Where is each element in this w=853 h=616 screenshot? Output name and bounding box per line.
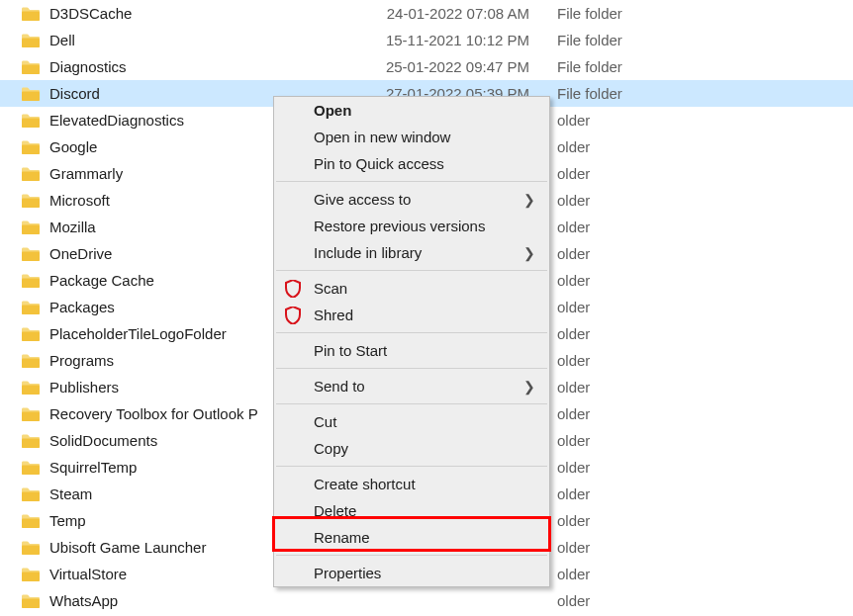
ctx-scan-label: Scan bbox=[314, 280, 347, 297]
ctx-shred-label: Shred bbox=[314, 307, 353, 323]
chevron-right-icon: ❯ bbox=[523, 245, 535, 261]
ctx-open[interactable]: Open bbox=[274, 97, 549, 124]
file-type: older bbox=[557, 352, 676, 369]
folder-icon bbox=[22, 434, 40, 448]
chevron-right-icon: ❯ bbox=[523, 192, 535, 208]
ctx-rename[interactable]: Rename bbox=[274, 524, 549, 551]
folder-icon bbox=[22, 247, 40, 261]
folder-icon bbox=[22, 354, 40, 368]
file-type: older bbox=[557, 539, 676, 556]
file-type: older bbox=[557, 512, 676, 529]
ctx-restore-label: Restore previous versions bbox=[314, 218, 485, 234]
ctx-copy[interactable]: Copy bbox=[274, 435, 549, 462]
ctx-properties-label: Properties bbox=[314, 565, 381, 581]
ctx-create-shortcut-label: Create shortcut bbox=[314, 476, 416, 492]
file-date: 15-11-2021 10:12 PM bbox=[356, 32, 557, 48]
file-type: older bbox=[557, 485, 676, 502]
file-type: File folder bbox=[557, 5, 676, 22]
folder-icon bbox=[22, 87, 40, 101]
file-type: older bbox=[557, 245, 676, 262]
ctx-open-new-window[interactable]: Open in new window bbox=[274, 124, 549, 150]
file-type: older bbox=[557, 138, 676, 155]
ctx-cut[interactable]: Cut bbox=[274, 408, 549, 435]
ctx-include-library[interactable]: Include in library ❯ bbox=[274, 239, 549, 266]
file-type: older bbox=[557, 112, 676, 129]
chevron-right-icon: ❯ bbox=[523, 379, 535, 395]
shield-icon bbox=[284, 280, 302, 298]
folder-icon bbox=[22, 568, 40, 581]
folder-icon bbox=[22, 274, 40, 288]
folder-icon bbox=[22, 407, 40, 421]
folder-icon bbox=[22, 7, 40, 21]
file-name: Dell bbox=[49, 32, 356, 48]
ctx-open-new-label: Open in new window bbox=[314, 129, 450, 145]
ctx-pin-quick-label: Pin to Quick access bbox=[314, 155, 444, 172]
file-row[interactable]: Diagnostics25-01-2022 09:47 PMFile folde… bbox=[0, 53, 853, 80]
folder-icon bbox=[22, 514, 40, 528]
file-type: older bbox=[557, 165, 676, 182]
file-type: older bbox=[557, 272, 676, 289]
ctx-rename-label: Rename bbox=[314, 529, 370, 546]
file-date: 25-01-2022 09:47 PM bbox=[356, 58, 557, 75]
separator bbox=[276, 403, 547, 404]
ctx-send-to-label: Send to bbox=[314, 378, 365, 395]
ctx-properties[interactable]: Properties bbox=[274, 560, 549, 586]
ctx-delete-label: Delete bbox=[314, 502, 356, 519]
ctx-pin-start-label: Pin to Start bbox=[314, 342, 387, 359]
folder-icon bbox=[22, 487, 40, 501]
folder-icon bbox=[22, 220, 40, 234]
file-row[interactable]: Dell15-11-2021 10:12 PMFile folder bbox=[0, 27, 853, 53]
file-type: File folder bbox=[557, 32, 676, 48]
ctx-copy-label: Copy bbox=[314, 440, 348, 457]
file-type: older bbox=[557, 379, 676, 396]
separator bbox=[276, 555, 547, 556]
ctx-open-label: Open bbox=[314, 102, 351, 119]
folder-icon bbox=[22, 60, 40, 74]
separator bbox=[276, 368, 547, 369]
file-type: File folder bbox=[557, 58, 676, 75]
file-name: WhatsApp bbox=[49, 592, 356, 609]
context-menu: Open Open in new window Pin to Quick acc… bbox=[273, 96, 550, 587]
file-row[interactable]: WhatsAppolder bbox=[0, 587, 853, 614]
folder-icon bbox=[22, 34, 40, 47]
folder-icon bbox=[22, 381, 40, 395]
file-type: older bbox=[557, 299, 676, 315]
ctx-delete[interactable]: Delete bbox=[274, 497, 549, 524]
folder-icon bbox=[22, 301, 40, 314]
folder-icon bbox=[22, 327, 40, 341]
ctx-give-access-to[interactable]: Give access to ❯ bbox=[274, 186, 549, 213]
folder-icon bbox=[22, 167, 40, 181]
file-type: older bbox=[557, 219, 676, 235]
ctx-restore-previous[interactable]: Restore previous versions bbox=[274, 213, 549, 239]
file-type: older bbox=[557, 432, 676, 449]
file-type: older bbox=[557, 566, 676, 582]
ctx-create-shortcut[interactable]: Create shortcut bbox=[274, 471, 549, 497]
ctx-give-access-label: Give access to bbox=[314, 191, 411, 208]
folder-icon bbox=[22, 541, 40, 555]
file-row[interactable]: D3DSCache24-01-2022 07:08 AMFile folder bbox=[0, 0, 853, 27]
separator bbox=[276, 466, 547, 467]
folder-icon bbox=[22, 461, 40, 475]
ctx-pin-quick-access[interactable]: Pin to Quick access bbox=[274, 150, 549, 177]
ctx-cut-label: Cut bbox=[314, 413, 336, 430]
file-type: older bbox=[557, 405, 676, 422]
file-type: older bbox=[557, 592, 676, 609]
separator bbox=[276, 270, 547, 271]
file-type: File folder bbox=[557, 85, 676, 102]
separator bbox=[276, 181, 547, 182]
file-type: older bbox=[557, 325, 676, 342]
file-date: 24-01-2022 07:08 AM bbox=[356, 5, 557, 22]
file-name: Diagnostics bbox=[49, 58, 356, 75]
ctx-scan[interactable]: Scan bbox=[274, 275, 549, 302]
file-name: D3DSCache bbox=[49, 5, 356, 22]
folder-icon bbox=[22, 594, 40, 608]
ctx-shred[interactable]: Shred bbox=[274, 302, 549, 328]
file-type: older bbox=[557, 459, 676, 476]
ctx-include-lib-label: Include in library bbox=[314, 244, 422, 261]
ctx-pin-start[interactable]: Pin to Start bbox=[274, 337, 549, 364]
folder-icon bbox=[22, 114, 40, 128]
ctx-send-to[interactable]: Send to ❯ bbox=[274, 373, 549, 399]
folder-icon bbox=[22, 140, 40, 154]
file-type: older bbox=[557, 192, 676, 209]
separator bbox=[276, 332, 547, 333]
